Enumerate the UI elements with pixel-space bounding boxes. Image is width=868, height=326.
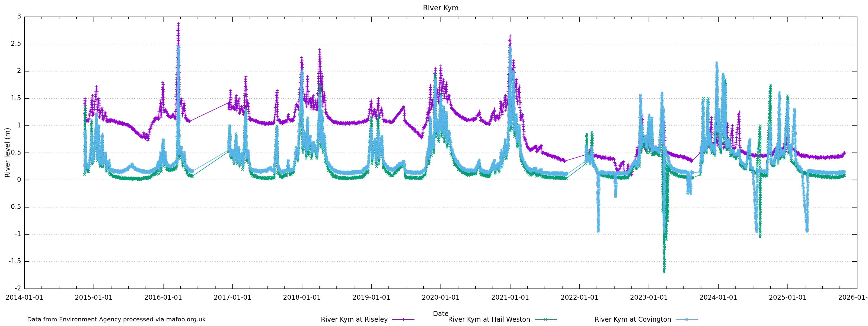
legend-label: River Kym at Hail Weston <box>448 316 530 323</box>
chart-title: River Kym <box>423 4 459 12</box>
legend-label: River Kym at Covington <box>595 316 671 323</box>
legend-entry: River Kym at Hail Weston <box>448 316 557 323</box>
chart-page: River Kym River level (m) Date River Kym… <box>0 0 868 326</box>
legend-label: River Kym at Riseley <box>321 316 388 323</box>
legend-sample-plus-icon <box>392 316 415 323</box>
river-level-plot-canvas <box>0 0 868 326</box>
y-axis-title: River level (m) <box>3 128 11 178</box>
legend-sample-cross-icon <box>534 316 557 323</box>
data-source-credit: Data from Environment Agency processed v… <box>27 316 206 323</box>
legend-entry: River Kym at Covington <box>595 316 699 323</box>
legend-sample-star-icon <box>675 316 699 323</box>
legend-entry: River Kym at Riseley <box>321 316 415 323</box>
